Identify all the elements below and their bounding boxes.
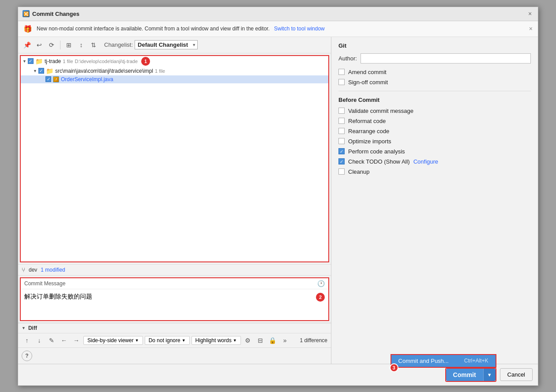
commit-push-label: Commit and Push... — [398, 358, 449, 364]
todo-row: ✓ Check TODO (Show All) Configure — [338, 158, 531, 165]
info-message: New non-modal commit interface is availa… — [37, 26, 270, 32]
sign-off-checkbox[interactable] — [338, 79, 345, 85]
info-bar: 🎁 New non-modal commit interface is avai… — [18, 21, 538, 37]
diff-back-btn[interactable]: ← — [59, 335, 69, 346]
amend-commit-checkbox[interactable] — [338, 69, 345, 75]
commit-dropdown-popup: Commit and Push... Ctrl+Alt+K 3 — [391, 354, 496, 368]
commit-message-input[interactable]: 解决订单删除失败的问题 — [21, 289, 316, 320]
group-button[interactable]: ⊞ — [64, 40, 74, 50]
git-branch-icon: ⑂ — [22, 266, 25, 273]
root-folder-path: D:\develop\code\tianji\tj-trade — [75, 59, 138, 64]
diff-collapse-arrow[interactable]: ▼ — [22, 326, 26, 330]
tree-item-file[interactable]: ✓ J OrderServiceImpl.java — [21, 75, 328, 83]
refresh-button[interactable]: ⟳ — [46, 40, 57, 50]
analyze-checkbox[interactable]: ✓ — [338, 148, 345, 154]
analyze-row: ✓ Perform code analysis — [338, 148, 531, 155]
diff-lock-btn[interactable]: 🔒 — [267, 335, 278, 346]
diff-more-btn[interactable]: » — [280, 335, 290, 346]
todo-label: Check TODO (Show All) — [348, 158, 410, 165]
diff-toolbar: ↑ ↓ ✎ ← → Side-by-side viewer ▼ Do not i… — [18, 333, 331, 347]
commit-message-label: Commit Message — [24, 280, 65, 287]
ignore-dropdown[interactable]: Do not ignore ▼ — [145, 336, 190, 345]
highlight-dropdown[interactable]: Highlight words ▼ — [192, 336, 241, 345]
right-panel: Git Author: Amend commit Sign-off commit… — [331, 37, 538, 364]
title-bar-left: 🔀 Commit Changes — [23, 10, 79, 17]
validate-label: Validate commit message — [348, 108, 413, 114]
files-toolbar: 📌 ↩ ⟳ ⊞ ↕ ⇅ Changelist: Default Changeli… — [18, 37, 331, 53]
amend-commit-label: Amend commit — [348, 69, 387, 75]
validate-checkbox[interactable] — [338, 108, 345, 114]
badge-3: 3 — [390, 363, 398, 372]
badge-2: 2 — [316, 293, 325, 302]
pin-button[interactable]: 📌 — [22, 40, 32, 50]
modified-count[interactable]: 1 modified — [41, 267, 65, 273]
src-folder-name: src\main\java\com\tianji\trade\service\i… — [55, 68, 153, 74]
commit-btn-group: Commit ▼ — [446, 369, 496, 381]
cancel-button[interactable]: Cancel — [500, 368, 533, 381]
info-icon: 🎁 — [23, 25, 32, 33]
changelist-select[interactable]: Default Changelist — [135, 40, 198, 49]
src-folder-meta: 1 file — [155, 68, 165, 74]
sign-off-label: Sign-off commit — [348, 79, 388, 86]
highlight-arrow: ▼ — [233, 338, 237, 343]
cleanup-row: Cleanup — [338, 168, 531, 175]
rearrange-checkbox[interactable] — [338, 128, 345, 134]
collapse-button[interactable]: ⇅ — [88, 40, 99, 50]
separator-1 — [60, 41, 60, 49]
checkbox-root[interactable]: ✓ — [28, 58, 34, 64]
title-bar: 🔀 Commit Changes × — [18, 7, 538, 21]
diff-fwd-btn[interactable]: → — [71, 335, 82, 346]
info-close-button[interactable]: × — [529, 25, 533, 32]
checkbox-src[interactable]: ✓ — [38, 68, 44, 74]
viewer-dropdown[interactable]: Side-by-side viewer ▼ — [83, 336, 143, 345]
expand-arrow-root[interactable]: ▼ — [23, 59, 26, 63]
diff-down-btn[interactable]: ↓ — [34, 335, 45, 346]
cleanup-label: Cleanup — [348, 168, 369, 175]
expand-arrow-src[interactable]: ▼ — [33, 69, 37, 73]
optimize-row: Optimize imports — [338, 138, 531, 145]
checkbox-file[interactable]: ✓ — [45, 76, 51, 82]
author-input[interactable] — [361, 53, 531, 63]
commit-message-box: Commit Message 🕐 解决订单删除失败的问题 2 — [20, 277, 329, 321]
file-tree: ▼ ✓ 📁 tj-trade 1 file D:\develop\code\ti… — [20, 55, 329, 262]
cleanup-checkbox[interactable] — [338, 168, 345, 175]
bottom-left-bar: ? — [18, 347, 331, 364]
diff-up-btn[interactable]: ↑ — [22, 335, 32, 346]
reformat-checkbox[interactable] — [338, 118, 345, 124]
commit-arrow-button[interactable]: ▼ — [483, 369, 496, 381]
commit-and-push-button[interactable]: Commit and Push... Ctrl+Alt+K — [391, 355, 496, 367]
commit-button[interactable]: Commit — [446, 369, 483, 381]
branch-name: dev — [29, 267, 37, 273]
diff-header: ▼ Diff — [18, 323, 331, 333]
commit-message-section: Commit Message 🕐 解决订单删除失败的问题 2 — [18, 275, 331, 323]
bottom-bar: Commit and Push... Ctrl+Alt+K 3 Commit ▼… — [18, 364, 538, 385]
root-folder-meta: 1 file — [63, 59, 73, 64]
diff-edit-btn[interactable]: ✎ — [46, 335, 57, 346]
changelist-label: Changelist: — [104, 41, 133, 48]
configure-link[interactable]: Configure — [413, 158, 438, 165]
folder-icon-src: 📁 — [46, 67, 53, 75]
commit-label: Commit — [453, 371, 476, 378]
folder-icon-root: 📁 — [35, 58, 43, 65]
viewer-arrow: ▼ — [135, 338, 139, 343]
main-content: 📌 ↩ ⟳ ⊞ ↕ ⇅ Changelist: Default Changeli… — [18, 37, 538, 364]
diff-settings-btn[interactable]: ⚙ — [243, 335, 253, 346]
close-button[interactable]: × — [526, 10, 533, 17]
diff-label: Diff — [28, 325, 37, 331]
diff-section: ▼ Diff ↑ ↓ ✎ ← → Side-by-side viewer ▼ D… — [18, 323, 331, 347]
ignore-label: Do not ignore — [149, 337, 180, 343]
optimize-checkbox[interactable] — [338, 138, 345, 144]
tree-item-root[interactable]: ▼ ✓ 📁 tj-trade 1 file D:\develop\code\ti… — [21, 56, 328, 67]
todo-checkbox[interactable]: ✓ — [338, 158, 345, 164]
reformat-row: Reformat code — [338, 118, 531, 124]
java-file-icon: J — [53, 76, 59, 82]
commit-changes-dialog: 🔀 Commit Changes × 🎁 New non-modal commi… — [18, 7, 538, 386]
tree-item-src[interactable]: ▼ ✓ 📁 src\main\java\com\tianji\trade\ser… — [21, 67, 328, 75]
dialog-icon: 🔀 — [23, 10, 30, 17]
switch-to-tool-window-link[interactable]: Switch to tool window — [274, 26, 325, 32]
help-button[interactable]: ? — [22, 351, 32, 361]
diff-columns-btn[interactable]: ⊟ — [255, 335, 266, 346]
expand-button[interactable]: ↕ — [76, 40, 86, 50]
undo-button[interactable]: ↩ — [34, 40, 45, 50]
validate-row: Validate commit message — [338, 108, 531, 114]
